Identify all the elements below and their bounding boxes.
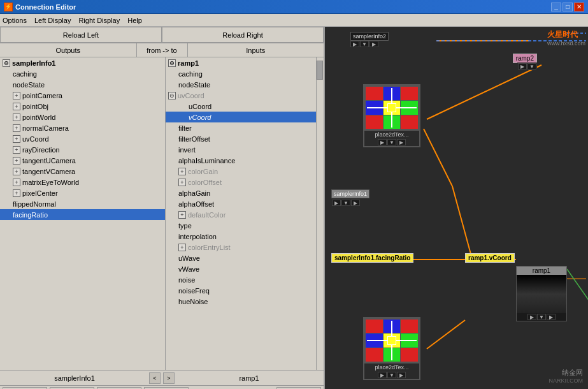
place2d-bottom-controls: ▶ ▼ ▶ (364, 371, 419, 379)
expand-icon[interactable]: + (13, 114, 20, 121)
list-item[interactable]: + colorEntryList (166, 242, 316, 253)
list-item[interactable]: uCoord (166, 101, 316, 112)
expand-icon[interactable]: + (13, 92, 20, 99)
maximize-button[interactable]: □ (563, 3, 573, 11)
reload-left-button[interactable]: Reload Left (0, 27, 162, 43)
minimize-button[interactable]: _ (551, 3, 561, 11)
list-item[interactable]: alphaOffset (166, 198, 316, 209)
play-icon[interactable]: ▶ (527, 314, 536, 320)
list-item[interactable]: + pixelCenter (0, 187, 165, 198)
nav-next-button[interactable]: > (163, 372, 175, 384)
down-icon[interactable]: ▼ (537, 314, 546, 320)
list-item[interactable]: nodeState (166, 79, 316, 90)
list-item[interactable]: vWave (166, 263, 316, 274)
reload-right-button[interactable]: Reload Right (162, 27, 324, 43)
list-item[interactable]: + colorGain (166, 166, 316, 177)
facing-ratio-item[interactable]: facingRatio (0, 209, 165, 220)
right-scrollbar[interactable] (316, 57, 324, 370)
down-icon[interactable]: ▼ (387, 139, 396, 145)
down-icon[interactable]: ▼ (527, 63, 536, 70)
right-tree-header: ⊖ ramp1 (166, 57, 316, 68)
list-item[interactable]: nodeState (0, 79, 165, 90)
list-item[interactable]: flippedNormal (0, 198, 165, 209)
list-item[interactable]: + pointWorld (0, 112, 165, 122)
menu-left-display[interactable]: Left Display (34, 17, 71, 24)
forward-icon[interactable]: ▶ (351, 200, 360, 206)
vcoord-item[interactable]: vCoord (166, 112, 316, 122)
collapse-icon[interactable]: ⊖ (168, 92, 176, 99)
place2d-bottom-preview (364, 318, 419, 363)
list-item[interactable]: caching (0, 68, 165, 79)
expand-icon[interactable]: + (178, 244, 186, 251)
list-item[interactable]: alphaIsLuminance (166, 155, 316, 166)
expand-icon[interactable]: + (178, 168, 186, 175)
list-item[interactable]: + tangentUCamera (0, 155, 165, 166)
tab-outputs[interactable]: Outputs (0, 43, 137, 57)
close-button[interactable]: ✕ (574, 3, 584, 11)
play-icon[interactable]: ▶ (332, 200, 341, 206)
play-icon[interactable]: ▶ (518, 63, 527, 70)
tab-inputs[interactable]: Inputs (188, 43, 324, 57)
play-icon[interactable]: ▶ (350, 41, 359, 47)
expand-icon[interactable]: + (13, 124, 20, 132)
list-item[interactable]: + defaultColor (166, 209, 316, 220)
down-icon[interactable]: ▼ (341, 200, 350, 206)
list-item[interactable]: caching (166, 68, 316, 79)
list-item[interactable]: + colorOffset (166, 177, 316, 187)
forward-icon[interactable]: ▶ (397, 139, 406, 145)
expand-icon[interactable]: + (13, 179, 20, 186)
make-button[interactable]: Make (144, 387, 189, 390)
uv-coord-section[interactable]: ⊖ uvCoord (166, 90, 316, 101)
list-item[interactable]: + rayDirection (0, 144, 165, 155)
list-item[interactable]: filter (166, 122, 316, 133)
break-button[interactable]: Break (97, 387, 141, 390)
list-item[interactable]: alphaGain (166, 187, 316, 198)
expand-icon[interactable]: + (13, 189, 20, 197)
clear-all-button[interactable]: Clear All (3, 387, 47, 390)
scrollbar-thumb[interactable] (317, 61, 323, 80)
expand-icon[interactable]: + (13, 103, 20, 110)
list-item[interactable]: + uvCoord (0, 133, 165, 144)
remove-button[interactable]: Remove (50, 387, 94, 390)
list-item[interactable]: uWave (166, 253, 316, 263)
collapse-icon[interactable]: ⊖ (3, 59, 10, 67)
expand-icon[interactable]: + (178, 211, 186, 219)
list-item[interactable]: interpolation (166, 231, 316, 242)
forward-icon[interactable]: ▶ (369, 41, 378, 47)
nav-prev-button[interactable]: < (149, 372, 161, 384)
list-item[interactable]: + pointCamera (0, 90, 165, 101)
forward-icon[interactable]: ▶ (397, 372, 406, 378)
list-item[interactable]: + matrixEyeToWorld (0, 177, 165, 187)
play-icon[interactable]: ▶ (378, 139, 387, 145)
menu-right-display[interactable]: Right Display (78, 17, 120, 24)
node-graph-panel: samplerInfo2 ▶ ▼ ▶ ramp2 ▶ ▼ (325, 27, 588, 389)
ramp1-vcoord-highlight: ramp1.vCoord (465, 253, 515, 263)
list-item[interactable]: hueNoise (166, 296, 316, 307)
expand-icon[interactable]: + (13, 157, 20, 165)
list-item[interactable]: filterOffset (166, 133, 316, 144)
node-label-bar: samplerInfo1 < > ramp1 (0, 370, 324, 385)
expand-icon[interactable]: + (13, 135, 20, 143)
menu-help[interactable]: Help (127, 17, 142, 24)
list-item[interactable]: type (166, 220, 316, 231)
list-item[interactable]: + pointObj (0, 101, 165, 112)
down-icon[interactable]: ▼ (387, 372, 396, 378)
list-item[interactable]: invert (166, 144, 316, 155)
tab-from-to[interactable]: from -> to (137, 43, 188, 57)
play-icon[interactable]: ▶ (378, 372, 387, 378)
left-tree-header: ⊖ samplerInfo1 (0, 57, 165, 68)
collapse-icon[interactable]: ⊖ (168, 59, 176, 67)
expand-icon[interactable]: + (13, 168, 20, 175)
list-item[interactable]: noise (166, 274, 316, 285)
list-item[interactable]: + normalCamera (0, 122, 165, 133)
expand-icon[interactable]: + (178, 179, 186, 186)
right-tree: ⊖ ramp1 caching nodeState ⊖ uvCoord (166, 57, 324, 370)
down-icon[interactable]: ▼ (360, 41, 369, 47)
menu-options[interactable]: Options (3, 17, 27, 24)
ramp2-controls: ▶ ▼ (517, 62, 537, 70)
close-button[interactable]: Close (276, 387, 321, 390)
forward-icon[interactable]: ▶ (547, 314, 556, 320)
list-item[interactable]: noiseFreq (166, 285, 316, 296)
list-item[interactable]: + tangentVCamera (0, 166, 165, 177)
expand-icon[interactable]: + (13, 146, 20, 154)
